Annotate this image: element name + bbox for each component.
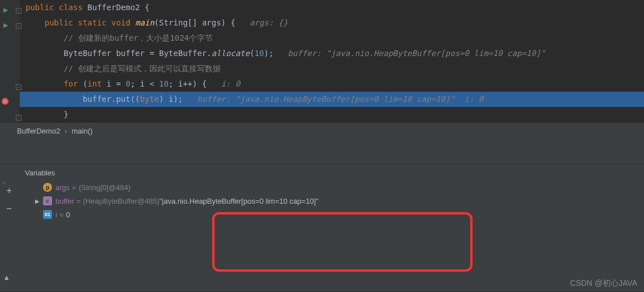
current-execution-line: buffer.put((byte) i); buffer: "java.nio.…: [20, 92, 644, 107]
run-method-icon[interactable]: ▶: [3, 20, 11, 28]
breakpoint-check-icon: ✓: [2, 98, 8, 105]
variable-row[interactable]: p args = {String[0]@484}: [18, 181, 644, 194]
code-line: public static void main(String[] args) {…: [25, 15, 644, 31]
panel-divider-icon[interactable]: ⫩: [1, 180, 9, 186]
code-line: for (int i = 0; i < 10; i++) { i: 0: [25, 76, 644, 92]
gutter: ▶ ▶ − − − ✓: [0, 0, 20, 123]
editor-area: ▶ ▶ − − − ✓ public class BufferDemo2 { p…: [0, 0, 644, 123]
variables-panel: Variables p args = {String[0]@484} ▶ ≡ b…: [18, 164, 644, 291]
run-class-icon[interactable]: ▶: [3, 5, 11, 13]
variables-header: Variables: [18, 169, 644, 181]
chevron-right-icon: ›: [65, 127, 67, 135]
code-line: }: [25, 107, 644, 122]
primitive-icon: 01: [43, 210, 52, 219]
code-line: // 创建新的buffer，大小是1024个字节: [25, 31, 644, 46]
object-icon: ≡: [43, 196, 52, 205]
breadcrumb-method[interactable]: main(): [72, 127, 93, 135]
code-line: public class BufferDemo2 {: [25, 0, 644, 15]
param-icon: p: [43, 183, 52, 192]
variable-row[interactable]: 01 i = 0: [18, 208, 644, 221]
breadcrumb[interactable]: BufferDemo2 › main(): [0, 123, 644, 139]
code-line: // 创建之后是写模式，因此可以直接写数据: [25, 61, 644, 76]
remove-watch-button[interactable]: −: [3, 202, 15, 214]
code-area[interactable]: public class BufferDemo2 { public static…: [20, 0, 644, 123]
breadcrumb-class[interactable]: BufferDemo2: [17, 127, 60, 135]
variable-row[interactable]: ▶ ≡ buffer = {HeapByteBuffer@485} "java.…: [18, 194, 644, 208]
expand-icon[interactable]: ▶: [35, 198, 43, 204]
collapse-up-icon[interactable]: ▲: [5, 273, 8, 281]
watermark: CSDN @初心JAVA: [570, 278, 637, 289]
code-line: ByteBuffer buffer = ByteBuffer.allocate(…: [25, 46, 644, 61]
debug-toolbar: [0, 139, 644, 164]
debug-panel: + − Variables p args = {String[0]@484} ▶…: [0, 139, 644, 291]
